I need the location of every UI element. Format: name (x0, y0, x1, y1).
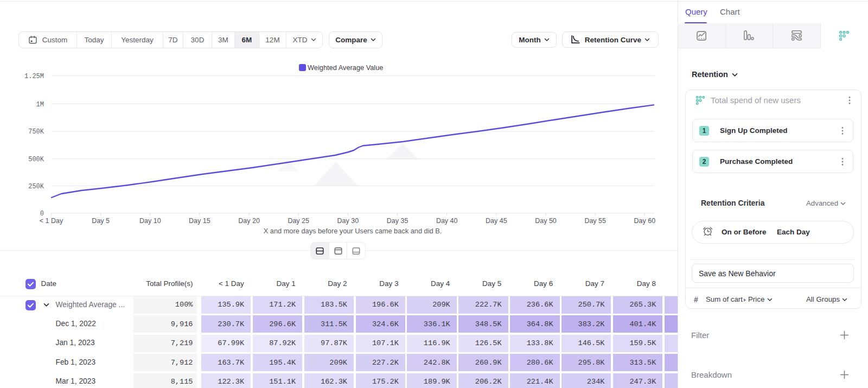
svg-text:< 1 Day: < 1 Day (40, 217, 63, 225)
svg-text:Day 40: Day 40 (436, 217, 458, 225)
svg-text:Day 60: Day 60 (634, 217, 655, 225)
svg-text:250K: 250K (28, 183, 44, 190)
svg-text:0: 0 (40, 210, 44, 218)
svg-text:Day 45: Day 45 (486, 217, 507, 225)
svg-text:500K: 500K (28, 156, 44, 163)
svg-text:1.25M: 1.25M (24, 73, 44, 80)
svg-text:750K: 750K (28, 128, 44, 136)
svg-text:Day 20: Day 20 (238, 217, 260, 225)
svg-text:Day 25: Day 25 (288, 217, 309, 225)
svg-text:Day 50: Day 50 (535, 217, 557, 225)
svg-text:Day 35: Day 35 (387, 217, 409, 225)
svg-text:Day 55: Day 55 (584, 217, 606, 225)
svg-text:Day 30: Day 30 (337, 217, 359, 225)
svg-text:Day 5: Day 5 (92, 217, 110, 225)
svg-text:Day 15: Day 15 (189, 217, 210, 225)
svg-text:1M: 1M (36, 101, 44, 109)
svg-text:Day 10: Day 10 (139, 217, 161, 225)
